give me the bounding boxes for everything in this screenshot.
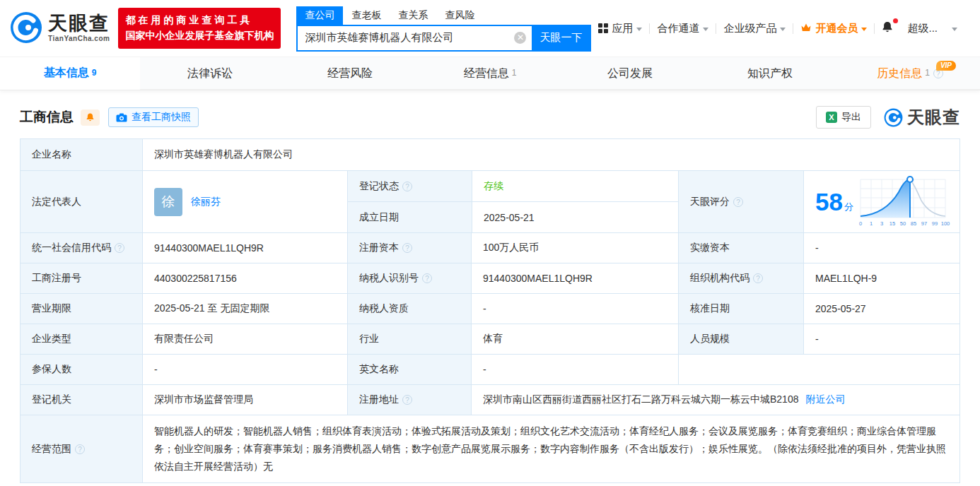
logo-title: 天眼查 xyxy=(48,14,110,33)
avatar[interactable]: 徐 xyxy=(154,188,182,216)
svg-text:99: 99 xyxy=(932,220,938,227)
table-row: 经营范围 智能机器人的研发；智能机器人销售；组织体育表演活动；体验式拓展活动及策… xyxy=(21,415,959,482)
help-icon[interactable] xyxy=(733,197,743,207)
registry-label: 登记机关 xyxy=(21,385,142,415)
svg-text:1: 1 xyxy=(870,220,873,227)
search-input[interactable] xyxy=(298,32,514,44)
reg-number-value: 440300225817156 xyxy=(142,263,347,293)
watermark-logo: 天眼查 xyxy=(884,106,960,129)
taxpayer-id-value: 91440300MAEL1LQH9R xyxy=(471,263,678,293)
help-icon[interactable] xyxy=(115,243,124,253)
help-icon[interactable] xyxy=(402,182,412,191)
table-row: 统一社会信用代码 91440300MAEL1LQH9R 注册资本 100万人民币… xyxy=(21,232,959,263)
promo-banner: 都在用的商业查询工具 国家中小企业发展子基金旗下机构 xyxy=(118,8,281,48)
reg-status-value: 存续 xyxy=(472,171,678,201)
menu-super[interactable]: 超级... xyxy=(900,22,945,35)
reg-number-label: 工商注册号 xyxy=(21,263,142,293)
tab-label: 基本信息 xyxy=(44,66,89,81)
help-icon[interactable] xyxy=(75,444,85,454)
tab-label: 公司发展 xyxy=(607,66,653,81)
tab-company-development[interactable]: 公司发展 xyxy=(560,57,700,90)
tab-history-info[interactable]: 历史信息 1 VIP xyxy=(840,57,980,90)
search-button[interactable]: 天眼一下 xyxy=(532,26,590,50)
camera-icon xyxy=(116,113,127,122)
menu-partner[interactable]: 合作通道 xyxy=(650,22,716,35)
menu-partner-label: 合作通道 xyxy=(657,22,699,35)
search-tab-risk[interactable]: 查风险 xyxy=(436,6,483,25)
paid-capital-label: 实缴资本 xyxy=(678,233,803,263)
search-tab-relation[interactable]: 查关系 xyxy=(390,6,436,25)
tab-operation-info[interactable]: 经营信息 1 xyxy=(420,57,560,90)
company-type-label: 企业类型 xyxy=(21,324,142,354)
reg-capital-label-cell: 注册资本 xyxy=(347,233,471,263)
help-icon[interactable] xyxy=(402,395,412,405)
menu-enterprise-label: 企业级产品 xyxy=(723,22,776,35)
org-code-label: 组织机构代码 xyxy=(690,272,749,285)
svg-text:15: 15 xyxy=(889,220,895,227)
tab-label: 经营风险 xyxy=(327,66,373,81)
tab-basic-info[interactable]: 基本信息 9 xyxy=(0,57,140,90)
tianyancha-logo[interactable]: 天眼查 TianYanCha.com xyxy=(10,11,110,46)
tianyancha-eye-icon xyxy=(884,108,903,127)
nearby-companies-link[interactable]: 附近公司 xyxy=(805,393,845,406)
tab-count: 1 xyxy=(925,68,930,78)
establish-date-value: 2025-05-21 xyxy=(472,202,678,232)
credit-code-label-cell: 统一社会信用代码 xyxy=(21,233,142,263)
score-value: 58 xyxy=(815,189,843,214)
establish-date-label: 成立日期 xyxy=(348,202,472,232)
menu-vip[interactable]: 开通会员 xyxy=(793,22,874,35)
tab-intellectual-property[interactable]: 知识产权 xyxy=(700,57,840,90)
notification-dot xyxy=(893,18,898,23)
chevron-down-icon xyxy=(780,28,786,31)
chevron-down-icon xyxy=(703,28,708,31)
search-module: 查公司 查老板 查关系 查风险 ✕ 天眼一下 xyxy=(296,6,591,52)
industry-value: 体育 xyxy=(471,324,678,354)
table-row: 企业类型 有限责任公司 行业 体育 人员规模 - xyxy=(21,324,959,354)
menu-apps[interactable]: 应用 xyxy=(591,22,649,35)
header-menu: 应用 合作通道 企业级产品 开通会员 超级... xyxy=(591,20,964,37)
score-cell: 58 分 xyxy=(803,171,959,232)
snapshot-button[interactable]: 查看工商快照 xyxy=(108,107,199,127)
chevron-down-icon xyxy=(636,28,642,31)
legal-rep-label: 法定代表人 xyxy=(21,171,142,232)
legal-rep-cell: 徐 徐丽芬 xyxy=(142,171,347,232)
help-icon[interactable] xyxy=(422,273,432,283)
apps-grid-icon xyxy=(598,23,608,33)
menu-enterprise[interactable]: 企业级产品 xyxy=(716,22,793,35)
english-name-label: 英文名称 xyxy=(347,355,471,384)
menu-more[interactable] xyxy=(945,26,964,31)
help-icon[interactable] xyxy=(753,273,763,283)
tab-legal[interactable]: 法律诉讼 xyxy=(140,57,280,90)
scope-value: 智能机器人的研发；智能机器人销售；组织体育表演活动；体验式拓展活动及策划；组织文… xyxy=(142,415,959,482)
table-row: 登记机关 深圳市市场监督管理局 注册地址 深圳市南山区西丽街道西丽社区打石二路万… xyxy=(21,384,959,415)
notification-bell[interactable] xyxy=(875,20,900,37)
clear-icon[interactable]: ✕ xyxy=(514,32,526,44)
registry-value: 深圳市市场监督管理局 xyxy=(142,385,347,415)
taxpayer-id-label-cell: 纳税人识别号 xyxy=(347,263,471,293)
empty-cell xyxy=(678,355,959,384)
search-tab-boss[interactable]: 查老板 xyxy=(343,6,390,25)
tab-label: 历史信息 xyxy=(877,66,922,81)
address-label: 注册地址 xyxy=(359,393,399,406)
search-tab-company[interactable]: 查公司 xyxy=(296,6,343,25)
company-nav-tabs: 基本信息 9 法律诉讼 经营风险 经营信息 1 公司发展 知识产权 历史信息 1… xyxy=(0,57,980,90)
industry-label: 行业 xyxy=(347,324,471,354)
tab-operation-risk[interactable]: 经营风险 xyxy=(280,57,420,90)
term-value: 2025-05-21 至 无固定期限 xyxy=(142,294,347,324)
help-icon[interactable] xyxy=(402,243,412,253)
address-label-cell: 注册地址 xyxy=(347,385,471,415)
table-row: 法定代表人 徐 徐丽芬 登记状态 存续 成立日期 2025-05-21 xyxy=(21,170,959,232)
staff-size-label: 人员规模 xyxy=(678,324,803,354)
svg-text:97: 97 xyxy=(921,220,927,227)
legal-rep-link[interactable]: 徐丽芬 xyxy=(191,196,221,208)
table-row: 参保人数 - 英文名称 - xyxy=(21,354,959,384)
org-code-value: MAEL1LQH-9 xyxy=(803,263,959,293)
tab-label: 法律诉讼 xyxy=(187,66,233,81)
taxpayer-quality-value: - xyxy=(471,294,678,324)
excel-icon: X xyxy=(826,112,837,123)
subscribe-bell-button[interactable] xyxy=(81,109,100,126)
company-name-label: 企业名称 xyxy=(21,139,142,170)
export-button[interactable]: X 导出 xyxy=(816,106,871,129)
tab-count: 1 xyxy=(512,68,517,78)
taxpayer-quality-label: 纳税人资质 xyxy=(347,294,471,324)
